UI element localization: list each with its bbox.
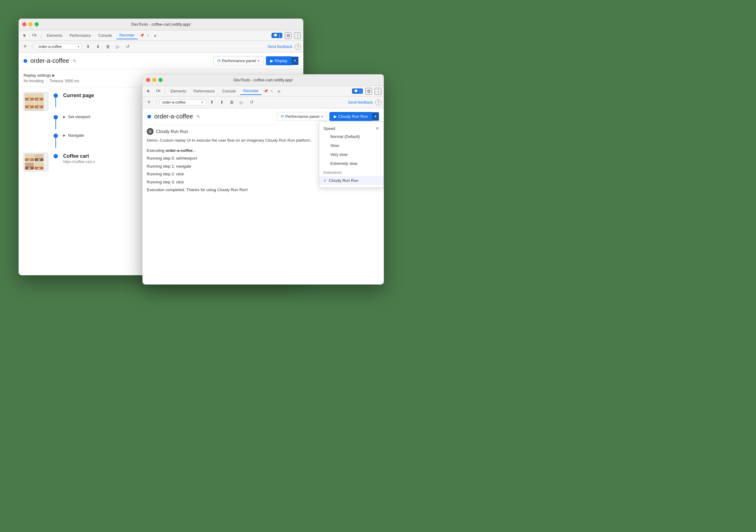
recording-name-selector-front[interactable]: order-a-coffee ▾ xyxy=(159,99,206,106)
add-recording-btn-back[interactable]: + xyxy=(21,43,29,51)
tab-console[interactable]: Console xyxy=(95,32,115,39)
tab-elements[interactable]: Elements xyxy=(44,32,65,39)
minimize-button[interactable] xyxy=(28,22,33,26)
traffic-lights-front xyxy=(146,78,163,82)
close-recorder-tab[interactable]: ✕ xyxy=(147,34,149,38)
coffee-9: ☕ xyxy=(25,163,34,170)
close-button[interactable] xyxy=(22,22,26,26)
import-btn-back[interactable]: ⬇ xyxy=(94,43,102,51)
maximize-button-front[interactable] xyxy=(158,78,163,82)
recording-header-back: order-a-coffee ✎ ⟳ Performance panel ▾ ▶… xyxy=(18,53,303,69)
edit-name-btn-front[interactable]: ✎ xyxy=(196,114,201,120)
close-button-front[interactable] xyxy=(146,78,150,82)
window-title-front: DevTools - coffee-cart.netlify.app/ xyxy=(233,78,293,82)
delete-btn-front[interactable]: 🗑 xyxy=(228,98,236,106)
chat-badge-back[interactable]: 💬 1 xyxy=(272,33,282,38)
refresh-btn-back[interactable]: ↺ xyxy=(123,43,132,51)
recording-toolbar-back: + order-a-coffee ▾ ⬆ ⬇ 🗑 ▷ ↺ Send feedba… xyxy=(18,41,303,53)
step-line-2 xyxy=(55,119,56,129)
export-btn-front[interactable]: ⬆ xyxy=(208,98,216,106)
coffee-2: ☕ xyxy=(34,93,44,101)
tab-performance[interactable]: Performance xyxy=(67,32,94,39)
chat-badge-front[interactable]: 💬 1 xyxy=(352,89,363,94)
recording-toolbar-front: + order-a-coffee ▾ ⬆ ⬇ 🗑 ▷ ↺ Send feedba… xyxy=(142,96,384,108)
more-tabs-btn[interactable]: » xyxy=(151,32,159,39)
perf-panel-label-back: Performance panel xyxy=(222,59,256,63)
close-recorder-tab-front[interactable]: ✕ xyxy=(270,89,273,93)
perf-panel-btn-back[interactable]: ⟳ Performance panel ▾ xyxy=(213,56,263,65)
svg-rect-3 xyxy=(159,90,160,91)
settings-arrow: ▶ xyxy=(52,74,55,77)
check-icon: ✓ xyxy=(324,178,327,183)
speed-dropdown: Speed ✕ Normal (Default) Slow Very slow … xyxy=(319,121,384,188)
timeline-center-2 xyxy=(53,114,59,129)
replay-dropdown-btn-back[interactable]: ▾ xyxy=(292,57,298,65)
tab-console-front[interactable]: Console xyxy=(219,88,239,95)
tab-recorder[interactable]: Recorder xyxy=(117,32,138,39)
play-step-btn-back[interactable]: ▷ xyxy=(114,43,122,51)
settings-btn-back[interactable]: ⚙ xyxy=(285,32,292,39)
play-step-btn-front[interactable]: ▷ xyxy=(237,98,246,106)
coffee-1: ☕ xyxy=(25,93,34,101)
timeline-center-3 xyxy=(53,132,59,148)
device-toggle-btn-front[interactable] xyxy=(154,87,162,95)
replay-dropdown-btn-front[interactable]: ▾ xyxy=(372,112,379,121)
cursor-tool-btn-front[interactable] xyxy=(145,87,153,95)
help-icon-front[interactable]: ? xyxy=(375,99,381,106)
add-recording-btn-front[interactable]: + xyxy=(145,98,153,106)
perf-icon-back: ⟳ xyxy=(217,59,221,63)
speed-slow[interactable]: Slow xyxy=(319,141,384,150)
recording-name-selector-back[interactable]: order-a-coffee ▾ xyxy=(36,44,82,50)
speed-very-slow[interactable]: Very slow xyxy=(319,150,384,159)
collapse-3: ▶ xyxy=(63,134,66,137)
cursor-tool-btn[interactable] xyxy=(21,32,29,39)
refresh-btn-front[interactable]: ↺ xyxy=(247,98,256,106)
maximize-button[interactable] xyxy=(35,22,39,26)
import-btn-front[interactable]: ⬇ xyxy=(218,98,226,106)
device-toggle-btn[interactable] xyxy=(30,32,39,39)
speed-close-btn[interactable]: ✕ xyxy=(375,126,379,131)
svg-rect-0 xyxy=(33,34,35,36)
replay-main-btn-back[interactable]: ▶ Replay xyxy=(266,56,292,65)
help-icon-back[interactable]: ? xyxy=(295,44,301,50)
recording-status-dot-front xyxy=(148,115,151,118)
send-feedback-link-front[interactable]: Send feedback xyxy=(348,100,373,105)
coffee-5: ☕ xyxy=(25,109,34,111)
tab-performance-front[interactable]: Performance xyxy=(190,88,218,95)
perf-dropdown-arrow-back[interactable]: ▾ xyxy=(258,59,259,63)
recording-toolbar-right-front: Send feedback ? xyxy=(348,99,381,106)
more-options-btn-front[interactable]: ⋮ xyxy=(375,88,381,95)
perf-panel-btn-front[interactable]: ⟳ Performance panel ▾ xyxy=(277,112,327,121)
edit-name-btn-back[interactable]: ✎ xyxy=(72,58,77,64)
export-btn-back[interactable]: ⬆ xyxy=(84,43,92,51)
step-thumb-2-empty xyxy=(23,114,48,129)
extensions-label: Extensions xyxy=(319,168,384,176)
rec-sep xyxy=(32,44,33,49)
speed-normal[interactable]: Normal (Default) xyxy=(319,132,384,141)
replay-label-front: Cloudy Run Run xyxy=(338,114,368,119)
svg-rect-2 xyxy=(156,90,159,91)
more-options-btn-back[interactable]: ⋮ xyxy=(294,32,301,39)
delete-btn-back[interactable]: 🗑 xyxy=(104,43,112,51)
recording-name-text-back: order-a-coffee xyxy=(39,44,62,49)
tab-elements-front[interactable]: Elements xyxy=(168,88,189,95)
tab-recorder-front[interactable]: Recorder xyxy=(240,88,261,95)
speed-title: Speed xyxy=(324,126,335,131)
replay-main-btn-front[interactable]: ▶ Cloudy Run Run xyxy=(329,112,372,121)
settings-btn-front[interactable]: ⚙ xyxy=(365,88,372,95)
send-feedback-link-back[interactable]: Send feedback xyxy=(267,44,292,49)
ext-name-label: Cloudy Run Run xyxy=(156,129,188,134)
toolbar-right-front: 💬 1 ⚙ ⋮ xyxy=(352,88,381,95)
step-dot-1 xyxy=(54,93,58,98)
minimize-button-front[interactable] xyxy=(152,78,156,82)
traffic-lights xyxy=(22,22,39,26)
recorder-pin-icon-front[interactable]: 📌 xyxy=(263,89,269,93)
speed-cloudy-run[interactable]: ✓ Cloudy Run Run xyxy=(319,176,384,185)
speed-extremely-slow[interactable]: Extremely slow xyxy=(319,159,384,168)
perf-dropdown-arrow-front[interactable]: ▾ xyxy=(321,115,323,118)
thumb-content-1: ☕ ☕ ☕ ☕ ☕ ☕ xyxy=(24,92,48,111)
more-tabs-btn-front[interactable]: » xyxy=(275,87,283,95)
recording-toolbar-right-back: Send feedback ? xyxy=(267,44,301,50)
recorder-pin-icon[interactable]: 📌 xyxy=(139,34,145,38)
header-right-back: ⟳ Performance panel ▾ ▶ Replay ▾ xyxy=(213,56,298,65)
